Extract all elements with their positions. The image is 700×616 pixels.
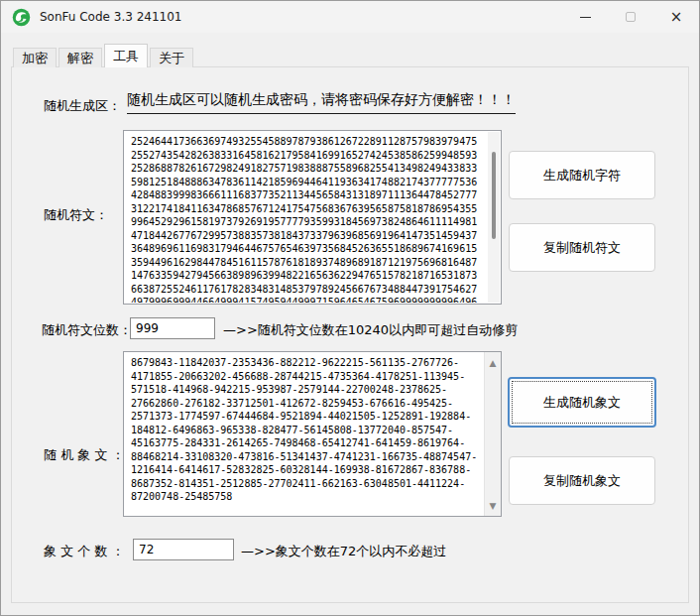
scroll-up-icon[interactable]: ▲ [485,354,501,371]
picto-count-hint: —>>象文个数在72个以内不必超过 [241,543,446,560]
copy-picto-button[interactable]: 复制随机象文 [509,456,655,505]
picto-count-input[interactable] [133,539,234,560]
rune-text: 2524644173663697493255458897879386126722… [131,135,485,303]
picto-text: 8679843-11842037-2353436-882212-9622215-… [131,356,479,515]
rune-scrollbar-thumb[interactable] [492,152,496,239]
scroll-down-icon[interactable]: ▼ [485,497,501,514]
picto-textarea[interactable]: 8679843-11842037-2353436-882212-9622215-… [123,351,502,517]
close-icon: × [670,10,683,25]
tab-page-tools: 随机生成区： 随机生成区可以随机生成密码，请将密码保存好方便解密！！！ 随机符文… [11,66,689,603]
minimize-button[interactable] [562,1,608,33]
tab-about[interactable]: 关于 [150,48,193,67]
app-icon [12,8,31,27]
maximize-icon [626,12,636,22]
tab-encrypt[interactable]: 加密 [13,48,57,67]
rune-textarea[interactable]: 2524644173663697493255458897879386126722… [123,130,502,305]
maximize-button [608,1,653,33]
picto-scrollbar[interactable]: ▲ ▼ [484,352,501,516]
rune-scrollbar[interactable] [488,132,500,303]
copy-rune-button[interactable]: 复制随机符文 [509,223,655,272]
app-window: SonFu Code 3.3 241101 × 加密 解密 工具 关于 随机生成… [0,0,700,616]
rune-length-hint: —>>随机符文位数在10240以内即可超过自动修剪 [223,321,518,339]
rune-length-label: 随机符文位数： [42,321,132,339]
window-controls: × [562,1,699,33]
tab-tools[interactable]: 工具 [104,44,148,67]
tab-decrypt[interactable]: 解密 [58,48,102,67]
generate-rune-button[interactable]: 生成随机字符 [509,151,655,199]
tab-strip: 加密 解密 工具 关于 [13,44,195,67]
section-label: 随机生成区： [44,97,121,115]
titlebar: SonFu Code 3.3 241101 × [1,1,699,33]
rune-label: 随机符文： [44,206,108,224]
picto-label: 随 机 象 文 ： [44,446,125,464]
close-button[interactable]: × [653,1,699,33]
picto-count-label: 象 文 个 数 ： [44,543,125,560]
window-title: SonFu Code 3.3 241101 [40,10,181,24]
notice-text: 随机生成区可以随机生成密码，请将密码保存好方便解密！！！ [127,91,516,114]
minimize-icon [580,17,591,18]
generate-picto-button[interactable]: 生成随机象文 [508,377,656,428]
rune-length-input[interactable] [130,317,215,339]
